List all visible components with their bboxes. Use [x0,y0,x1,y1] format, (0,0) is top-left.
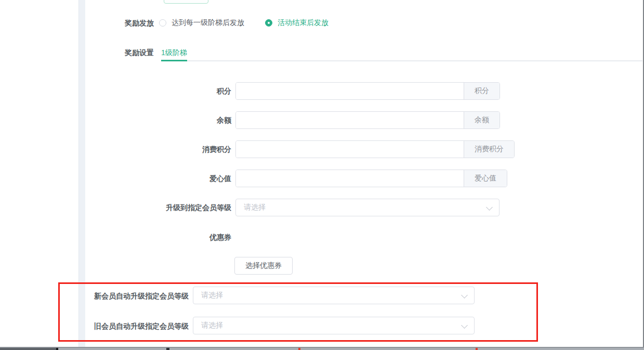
new-member-upgrade-label: 新会员自动升级指定会员等级 [52,292,189,300]
chevron-down-icon [461,292,468,299]
consume-points-input-group: 消费积分 [235,140,515,158]
cut-off-bottom-fragment [166,348,169,350]
love-value-input-group: 爱心值 [235,170,507,187]
cut-off-bottom-fragment [298,348,300,350]
upgrade-level-label: 升级到指定会员等级 [107,203,231,212]
balance-label: 余额 [107,116,231,124]
love-value-unit-suffix: 爱心值 [464,170,507,187]
chevron-down-icon [461,322,468,329]
consume-points-label: 消费积分 [107,145,231,153]
reward-issue-label: 奖励发放 [78,19,154,27]
radio-option-after-activity[interactable]: 活动结束后发放 [278,18,328,28]
points-unit-suffix: 积分 [464,83,500,99]
radio-option-per-tier[interactable]: 达到每一级阶梯后发放 [172,18,244,28]
coupon-label: 优惠券 [107,233,231,241]
points-input-group: 积分 [235,82,500,100]
old-member-upgrade-label: 旧会员自动升级指定会员等级 [52,322,189,330]
balance-input-group: 余额 [235,111,500,129]
new-member-upgrade-placeholder: 请选择 [201,291,223,300]
new-member-upgrade-select[interactable]: 请选择 [193,287,475,304]
reward-settings-label: 奖励设置 [78,48,154,57]
tab-tier-1[interactable]: 1级阶梯 [161,48,187,57]
chevron-down-icon [486,204,493,211]
cut-off-bottom-fragment [0,348,56,350]
balance-input[interactable] [236,112,464,128]
active-tab-indicator [161,60,187,61]
old-member-upgrade-placeholder: 请选择 [201,321,223,330]
page: 奖励发放 达到每一级阶梯后发放 活动结束后发放 奖励设置 1级阶梯 积分 积分 … [0,0,644,350]
points-label: 积分 [107,87,231,95]
cut-off-bottom-fragment [476,348,478,350]
points-input[interactable] [236,83,464,99]
love-value-input[interactable] [236,170,464,187]
upgrade-level-placeholder: 请选择 [244,203,266,212]
tab-bar-divider [161,60,642,61]
consume-points-input[interactable] [236,141,464,158]
radio-checked-icon[interactable] [265,19,272,27]
cut-off-button[interactable] [164,0,208,4]
cut-off-bottom-fragment [56,348,58,350]
balance-unit-suffix: 余额 [464,112,500,128]
reward-issue-radio-group: 达到每一级阶梯后发放 活动结束后发放 [159,19,328,27]
select-coupon-button[interactable]: 选择优惠券 [234,257,293,275]
consume-points-unit-suffix: 消费积分 [464,141,514,158]
cut-off-bottom-content [0,348,644,350]
radio-unchecked-icon[interactable] [159,19,166,27]
upgrade-level-select[interactable]: 请选择 [235,199,500,216]
love-value-label: 爱心值 [107,174,231,183]
old-member-upgrade-select[interactable]: 请选择 [193,317,475,334]
